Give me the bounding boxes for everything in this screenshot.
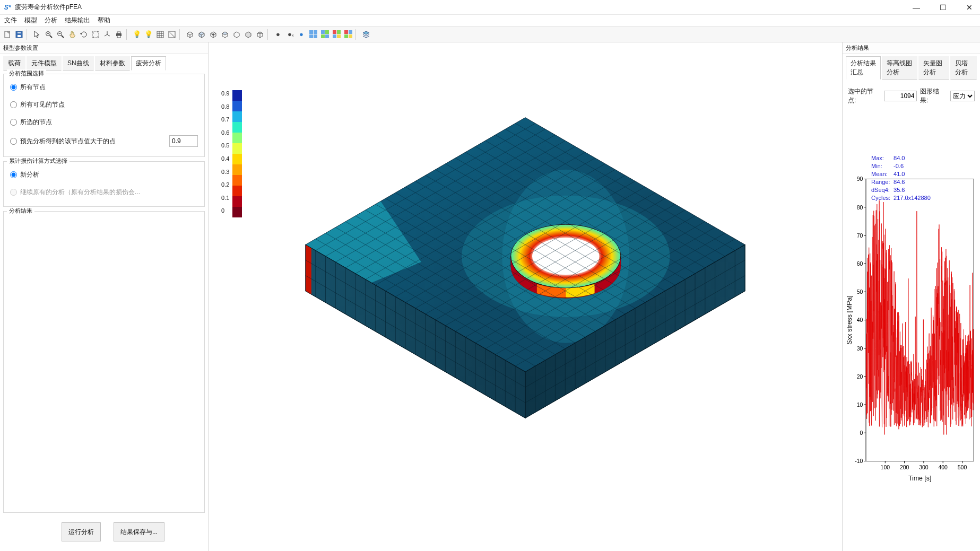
svg-point-17 [212,33,214,36]
right-panel: 分析结果 分析结果汇总 等高线图分析 矢量图分析 贝塔分析 选中的节点: 图形结… [842,42,980,551]
svg-rect-14 [117,36,120,38]
quad-green-icon[interactable] [319,29,330,40]
iso5-icon[interactable] [231,29,242,40]
maximize-button[interactable]: ☐ [935,3,950,12]
tab-sn[interactable]: SN曲线 [63,56,94,71]
idea-yellow-icon[interactable]: 💡 [143,29,154,40]
svg-rect-3 [18,32,21,33]
viewport-3d[interactable]: 0.90.80.70.60.50.40.30.20.10 [209,42,842,551]
tab-summary[interactable]: 分析结果汇总 [846,56,881,80]
tab-vector[interactable]: 矢量图分析 [918,56,949,80]
window-buttons: — ☐ ✕ [909,3,977,12]
svg-text:60: 60 [857,261,863,267]
idea-icon[interactable]: 💡 [132,29,142,40]
svg-rect-2 [18,35,21,37]
iso4-icon[interactable] [220,29,230,40]
pan-icon[interactable] [67,29,77,40]
iso7-icon[interactable] [255,29,265,40]
graph-result-select[interactable]: 应力 [950,91,975,101]
radio-new-analysis[interactable]: 新分析 [8,166,200,183]
rotate-icon[interactable] [79,29,89,40]
menubar: 文件 模型 分析 结果输出 帮助 [0,15,980,27]
minimize-button[interactable]: — [909,3,924,12]
method-group-title: 累计损伤计算方式选择 [7,157,70,165]
svg-rect-15 [157,31,163,38]
toggle-icon[interactable] [167,29,177,40]
close-button[interactable]: ✕ [962,3,977,12]
svg-text:40: 40 [857,317,863,323]
iso2-icon[interactable] [196,29,207,40]
save-icon[interactable] [14,29,24,40]
tab-load[interactable]: 载荷 [3,56,25,71]
menu-file[interactable]: 文件 [4,16,17,25]
svg-text:70: 70 [857,233,863,239]
menu-model[interactable]: 模型 [24,16,37,25]
zoom-out-icon[interactable] [55,29,66,40]
app-title: 疲劳寿命分析软件pFEA [15,3,82,12]
iso1-icon[interactable] [185,29,195,40]
radio-visible-nodes[interactable]: 所有可见的节点 [8,96,200,113]
svg-text:400: 400 [939,465,948,470]
radio-threshold[interactable]: 预先分析得到的该节点值大于的点 [10,137,116,146]
menu-output[interactable]: 结果输出 [65,16,90,25]
left-tabs: 载荷 元件模型 SN曲线 材料参数 疲劳分析 [3,56,205,71]
color-legend: 0.90.80.70.60.50.40.30.20.10 [221,90,242,221]
dot-blue-icon[interactable]: ● [296,29,307,40]
result-group: 分析结果 [3,211,205,513]
chart-stats: Max:84.0Min:-0.6Mean:41.0Range:84.6dSeq4… [870,154,932,203]
quad-multi2-icon[interactable] [343,29,353,40]
scope-group: 分析范围选择 所有节点 所有可见的节点 所选的节点 预先分析得到的该节点值大于的… [3,74,205,157]
svg-marker-80 [306,244,311,294]
iso3-icon[interactable] [208,29,219,40]
quad-multi-icon[interactable] [331,29,342,40]
svg-text:50: 50 [857,289,863,295]
result-group-title: 分析结果 [7,207,34,215]
tab-component[interactable]: 元件模型 [27,56,62,71]
svg-text:300: 300 [919,465,929,470]
radio-selected-nodes[interactable]: 所选的节点 [8,113,200,131]
print-icon[interactable] [114,29,124,40]
run-analysis-button[interactable]: 运行分析 [62,522,101,541]
svg-point-23 [532,238,599,275]
svg-text:30: 30 [857,346,863,352]
svg-text:100: 100 [881,465,890,470]
quad-blue-icon[interactable] [308,29,318,40]
new-icon[interactable] [2,29,13,40]
grid-icon[interactable] [155,29,166,40]
tab-material[interactable]: 材料参数 [95,56,130,71]
tab-beta[interactable]: 贝塔分析 [950,56,977,80]
dot-xyz-icon[interactable]: ●x [284,29,295,40]
layers-icon[interactable] [361,29,371,40]
svg-text:200: 200 [900,465,909,470]
stress-chart[interactable]: -100102030405060708090100200300400500Tim… [846,111,977,549]
svg-line-9 [62,36,64,38]
menu-analysis[interactable]: 分析 [45,16,57,25]
titlebar: S* 疲劳寿命分析软件pFEA — ☐ ✕ [0,0,980,15]
tab-fatigue[interactable]: 疲劳分析 [131,56,166,71]
app-icon: S* [3,3,12,12]
threshold-input[interactable] [169,135,198,147]
iso6-icon[interactable] [243,29,254,40]
tab-contour[interactable]: 等高线图分析 [882,56,917,80]
radio-all-nodes[interactable]: 所有节点 [8,78,200,96]
svg-text:-10: -10 [855,458,863,464]
svg-text:500: 500 [958,465,967,470]
method-group: 累计损伤计算方式选择 新分析 继续原有的分析（原有分析结果的损伤会... [3,161,205,207]
save-result-button[interactable]: 结果保存与... [114,522,164,541]
toolbar: 💡 💡 ● ●x ● [0,27,980,42]
dot-dark-icon[interactable]: ● [273,29,283,40]
menu-help[interactable]: 帮助 [98,16,110,25]
svg-text:10: 10 [857,402,863,408]
svg-text:Sxx  stress [MPa]: Sxx stress [MPa] [846,295,853,345]
svg-text:80: 80 [857,205,863,211]
cursor-icon[interactable] [32,29,42,40]
axes-icon[interactable] [102,29,112,40]
right-panel-title: 分析结果 [843,42,980,54]
svg-text:20: 20 [857,374,863,380]
selected-node-input[interactable] [884,91,917,101]
radio-continue-analysis: 继续原有的分析（原有分析结果的损伤会... [8,183,200,201]
left-panel: 模型参数设置 载荷 元件模型 SN曲线 材料参数 疲劳分析 分析范围选择 所有节… [0,42,209,551]
zoom-in-icon[interactable] [44,29,54,40]
fit-icon[interactable] [90,29,101,40]
scope-group-title: 分析范围选择 [7,69,46,77]
